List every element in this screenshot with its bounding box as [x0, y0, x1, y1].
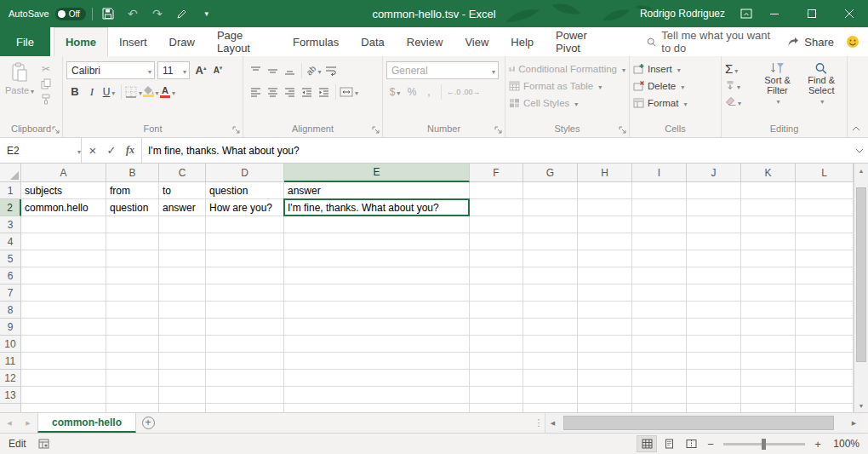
styles-dialog-launcher[interactable]	[619, 126, 627, 135]
format-cells-button[interactable]: Format	[633, 95, 717, 112]
collapse-ribbon-button[interactable]	[849, 123, 863, 135]
cell-J11[interactable]	[687, 353, 741, 370]
tab-help[interactable]: Help	[500, 27, 545, 56]
cell-A13[interactable]	[21, 387, 106, 404]
zoom-slider-thumb[interactable]	[762, 439, 766, 450]
format-painter-button[interactable]	[36, 92, 56, 106]
cell-I7[interactable]	[632, 284, 687, 302]
cell-G12[interactable]	[523, 370, 578, 387]
copy-button[interactable]	[36, 77, 56, 91]
column-header-J[interactable]: J	[687, 164, 741, 182]
cell-D8[interactable]	[206, 302, 284, 319]
cell-G4[interactable]	[523, 233, 578, 250]
tab-page-layout[interactable]: Page Layout	[206, 27, 282, 56]
cell-A12[interactable]	[21, 370, 106, 387]
cell-G11[interactable]	[523, 353, 578, 370]
tab-data[interactable]: Data	[350, 27, 395, 56]
cell-I10[interactable]	[632, 336, 687, 353]
row-header-11[interactable]: 11	[0, 353, 21, 370]
accounting-format-button[interactable]: $	[386, 83, 403, 101]
cell-C8[interactable]	[159, 302, 206, 319]
column-header-A[interactable]: A	[21, 164, 106, 182]
share-button[interactable]: Share	[779, 27, 842, 56]
conditional-formatting-button[interactable]: Conditional Formatting	[509, 60, 625, 78]
cell-L3[interactable]	[796, 216, 854, 233]
cell-E12[interactable]	[284, 370, 470, 387]
cell-B4[interactable]	[106, 233, 159, 250]
cell-H9[interactable]	[578, 319, 632, 336]
cell-F9[interactable]	[470, 319, 523, 336]
cell-L1[interactable]	[796, 182, 854, 199]
cell-F6[interactable]	[470, 267, 523, 284]
cell-G13[interactable]	[523, 387, 578, 404]
cell-K13[interactable]	[741, 387, 796, 404]
redo-button[interactable]	[148, 3, 167, 25]
cell-D1[interactable]: question	[206, 182, 284, 199]
cell-J9[interactable]	[687, 319, 741, 336]
fill-color-button[interactable]	[142, 83, 159, 101]
cell-C2[interactable]: answer	[159, 199, 206, 216]
cell-D11[interactable]	[206, 353, 284, 370]
cell-B11[interactable]	[106, 353, 159, 370]
tab-power-pivot[interactable]: Power Pivot	[545, 27, 618, 56]
cell-G9[interactable]	[523, 319, 578, 336]
column-header-H[interactable]: H	[578, 164, 632, 182]
column-header-C[interactable]: C	[159, 164, 206, 182]
cell-A11[interactable]	[21, 353, 106, 370]
cell-G5[interactable]	[523, 250, 578, 267]
cell-E9[interactable]	[284, 319, 470, 336]
cell-K3[interactable]	[741, 216, 796, 233]
cell-C7[interactable]	[159, 284, 206, 302]
cell-F4[interactable]	[470, 233, 523, 250]
tab-insert[interactable]: Insert	[108, 27, 158, 56]
tab-home[interactable]: Home	[54, 27, 108, 56]
cell-I3[interactable]	[632, 216, 687, 233]
cell-I11[interactable]	[632, 353, 687, 370]
cell-A7[interactable]	[21, 284, 106, 302]
cell-E3[interactable]	[284, 216, 470, 233]
column-header-F[interactable]: F	[470, 164, 523, 182]
cell-D5[interactable]	[206, 250, 284, 267]
cell-H12[interactable]	[578, 370, 632, 387]
next-sheet-button[interactable]	[19, 413, 37, 433]
cell-L7[interactable]	[796, 284, 854, 302]
font-name-select[interactable]: Calibri	[66, 61, 155, 79]
insert-cells-button[interactable]: Insert	[633, 60, 717, 78]
row-header-9[interactable]: 9	[0, 319, 21, 336]
cell-E2[interactable]: I'm fine, thanks. What about you?	[284, 199, 470, 216]
cell-J2[interactable]	[687, 199, 741, 216]
cell-C10[interactable]	[159, 336, 206, 353]
cell-A4[interactable]	[21, 233, 106, 250]
cell-F13[interactable]	[470, 387, 523, 404]
row-header-10[interactable]: 10	[0, 336, 21, 353]
feedback-button[interactable]	[842, 27, 868, 56]
cell-K4[interactable]	[741, 233, 796, 250]
cell-J12[interactable]	[687, 370, 741, 387]
cell-L4[interactable]	[796, 233, 854, 250]
cell-L5[interactable]	[796, 250, 854, 267]
cell-F2[interactable]	[470, 199, 523, 216]
cell-B7[interactable]	[106, 284, 159, 302]
cell-styles-button[interactable]: Cell Styles	[509, 95, 625, 112]
sheet-tab-common-hello[interactable]: common-hello	[37, 413, 136, 433]
row-header-12[interactable]: 12	[0, 370, 21, 387]
cell-K7[interactable]	[741, 284, 796, 302]
increase-decimal-button[interactable]: ←.0	[445, 83, 462, 101]
cell-B8[interactable]	[106, 302, 159, 319]
name-box[interactable]: E2	[0, 138, 82, 163]
cell-K5[interactable]	[741, 250, 796, 267]
number-format-select[interactable]: General	[386, 61, 499, 79]
cell-H2[interactable]	[578, 199, 632, 216]
cell-A3[interactable]	[21, 216, 106, 233]
cell-F11[interactable]	[470, 353, 523, 370]
font-size-select[interactable]: 11	[157, 61, 190, 79]
zoom-level[interactable]: 100%	[827, 438, 859, 450]
cell-A10[interactable]	[21, 336, 106, 353]
page-break-preview-button[interactable]	[681, 435, 701, 452]
cell-H13[interactable]	[578, 387, 632, 404]
format-as-table-button[interactable]: Format as Table	[509, 78, 625, 95]
zoom-slider[interactable]	[723, 443, 805, 445]
row-header-6[interactable]: 6	[0, 267, 21, 284]
customize-quick-access-toolbar-button[interactable]	[197, 3, 216, 25]
font-dialog-launcher[interactable]	[232, 126, 241, 135]
